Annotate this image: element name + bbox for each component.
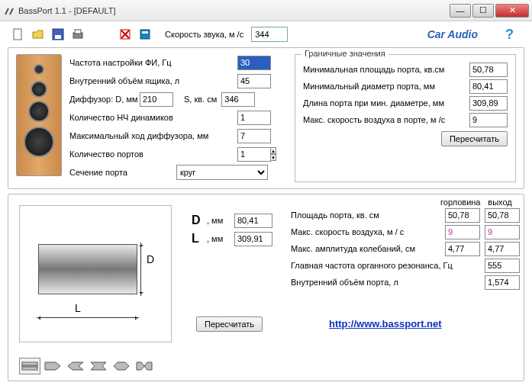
save-icon[interactable] [50,27,66,42]
toolbar: Скорость звука, м /с Car Audio ? [0,21,532,47]
sound-speed-input[interactable] [251,27,288,42]
close-button[interactable]: ✕ [495,4,529,18]
port-diagram: D L [19,205,172,342]
limits-recalc-button[interactable]: Пересчитать [441,131,508,146]
svg-rect-6 [140,30,150,39]
min-area-value[interactable] [469,63,508,77]
min-area-label: Минимальная площадь порта, кв.см [303,65,469,74]
organ-value[interactable] [485,259,520,273]
limits-fieldset: Граничные значения Минимальная площадь п… [295,54,516,182]
website-link[interactable]: http://www.bassport.net [329,318,442,329]
app-icon [3,5,15,17]
amp-label: Макс. амплитуда колебаний, см [291,244,440,253]
new-icon[interactable] [11,27,26,42]
limits-legend: Граничные значения [301,49,389,58]
shape-tube-icon[interactable] [19,358,40,374]
shape-double2-icon[interactable] [111,358,132,374]
sound-speed-label: Скорость звука, м /с [165,30,243,39]
box-vol-label: Внутренний объём ящика, л [69,76,192,85]
lf-count-label: Количество НЧ динамиков [69,113,192,122]
port-d-input[interactable] [234,214,272,228]
diff-d-label: Диффузор: D, мм [69,95,140,104]
port-count-up[interactable]: ▲ [270,147,276,154]
section-label: Сечение порта [69,168,176,177]
open-icon[interactable] [31,27,46,42]
max-vel-value[interactable] [469,113,508,127]
shape-double1-icon[interactable] [88,358,109,374]
port-panel: D L D, мм L, мм горловинавыход Площадь п… [8,194,524,381]
svg-rect-8 [22,362,37,370]
print-icon[interactable] [70,27,85,42]
delete-icon[interactable] [118,27,133,42]
maximize-button[interactable]: ☐ [472,4,494,18]
pvol-value[interactable] [485,275,520,290]
port-shape-tabs [19,358,155,374]
vel-label: Макс. скорость воздуха, м / с [291,227,440,236]
hdr-exit: выход [480,198,520,207]
section-select[interactable]: круг [176,165,268,180]
lf-count-input[interactable] [237,111,271,125]
port-count-input[interactable] [237,147,271,162]
shape-flare2-icon[interactable] [65,358,86,374]
port-d-unit: , мм [207,216,234,225]
calc-icon[interactable] [137,27,153,42]
tune-freq-input[interactable] [237,56,271,70]
svg-rect-7 [142,31,148,34]
xmax-input[interactable] [237,129,271,143]
box-vol-input[interactable] [237,74,271,88]
len-min-value[interactable] [469,96,508,111]
amp-throat[interactable] [445,242,480,256]
min-diam-label: Минимальный диаметр порта, мм [303,82,469,91]
speaker-image [16,54,62,176]
svg-rect-4 [75,30,81,34]
area-label: Площадь порта, кв. см [291,210,440,220]
pvol-label: Внутренний объём порта, л [291,278,480,287]
titlebar: BassPort 1.1 - [DEFAULT] — ☐ ✕ [0,0,532,21]
port-l-unit: , мм [207,234,234,243]
minimize-button[interactable]: — [450,4,471,18]
vel-exit[interactable] [485,225,520,239]
diff-s-label: S, кв. см [184,95,217,104]
amp-exit[interactable] [485,242,520,256]
window-title: BassPort 1.1 - [DEFAULT] [18,6,116,15]
shape-flare1-icon[interactable] [42,358,63,374]
vel-throat[interactable] [445,225,480,239]
help-button[interactable]: ? [505,27,514,43]
organ-label: Главная частота органного резонанса, Гц [291,261,480,270]
area-throat[interactable] [445,208,480,223]
xmax-label: Максимальный ход диффузора, мм [69,131,230,140]
port-count-down[interactable]: ▼ [270,154,276,161]
hdr-throat: горловина [440,198,480,207]
port-d-symbol: D [192,214,207,227]
len-min-label: Длина порта при мин. диаметре, мм [303,98,469,108]
port-l-symbol: L [192,232,207,246]
diff-d-input[interactable] [140,92,173,107]
svg-rect-2 [55,35,61,39]
min-diam-value[interactable] [469,79,508,94]
area-exit[interactable] [485,208,520,223]
port-recalc-button[interactable]: Пересчитать [196,316,263,332]
port-l-input[interactable] [234,232,272,246]
shape-hour-icon[interactable] [134,358,155,374]
car-audio-link[interactable]: Car Audio [427,28,478,40]
parameters-panel: Частота настройки ФИ, Гц Внутренний объё… [8,47,524,189]
diff-s-input[interactable] [221,92,255,107]
max-vel-label: Макс. скорость воздуха в порте, м /с [303,115,469,124]
tune-freq-label: Частота настройки ФИ, Гц [69,58,192,67]
port-count-label: Количество портов [69,149,192,159]
svg-rect-0 [14,29,21,40]
